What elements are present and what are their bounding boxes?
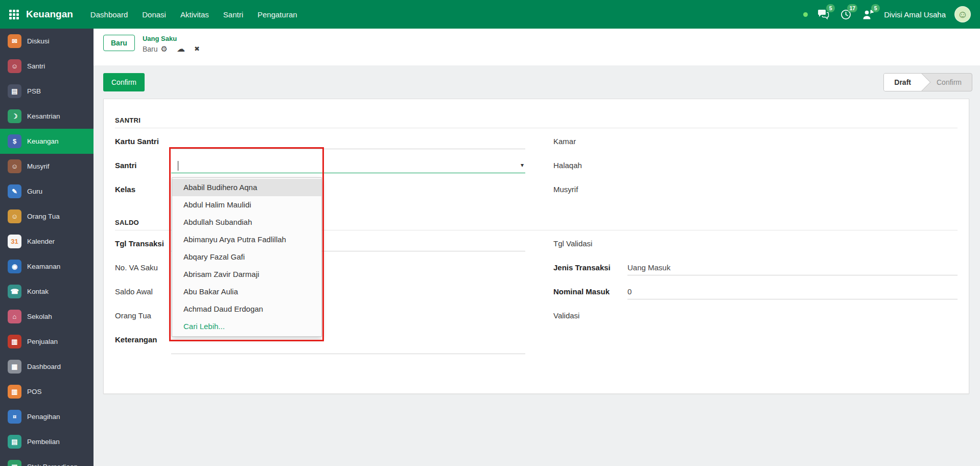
top-menu-item[interactable]: Aktivitas (174, 6, 215, 24)
activities-clock-icon[interactable]: 17 (839, 8, 853, 21)
sidebar-item-icon: ▦ (8, 360, 21, 374)
sidebar-item-icon: ▤ (8, 435, 21, 449)
content-area: Confirm Draft Confirm SANTRI Kartu Santr… (94, 65, 980, 466)
search-more-link[interactable]: Cari Lebih... (172, 318, 321, 335)
sidebar-item-icon: ▤ (8, 84, 21, 98)
top-menu-item[interactable]: Santri (217, 6, 249, 24)
no-va-saku-label: No. VA Saku (115, 261, 171, 272)
halaqah-field[interactable] (627, 158, 958, 173)
sidebar-item[interactable]: ▣ Stok Persediaan (0, 454, 94, 466)
validasi-field[interactable] (627, 309, 958, 323)
sidebar-item[interactable]: ☺ Musyrif (0, 154, 94, 179)
sidebar-item[interactable]: ✉ Diskusi (0, 29, 94, 54)
statusbar-step[interactable]: Draft (884, 74, 921, 91)
sidebar-item[interactable]: ▥ POS (0, 379, 94, 404)
santri-section-grid: Kartu Santri Santri ▾ A (115, 134, 958, 206)
halaqah-label: Halaqah (553, 158, 627, 170)
dropdown-option[interactable]: Achmad Daud Erdogan (172, 300, 321, 318)
sidebar-item[interactable]: ▤ Pembelian (0, 429, 94, 454)
app-brand[interactable]: Keuangan (26, 9, 73, 20)
sidebar-item[interactable]: ☺ Santri (0, 54, 94, 79)
nominal-masuk-row: Nominal Masuk 0 (553, 285, 958, 309)
dropdown-option[interactable]: Abrisam Zavir Darmaji (172, 266, 321, 283)
top-menu-item[interactable]: Dashboard (84, 6, 134, 24)
new-button[interactable]: Baru (103, 35, 135, 51)
sidebar-item-icon: ▥ (8, 385, 21, 399)
apps-menu-icon[interactable] (9, 10, 19, 19)
top-menu-item[interactable]: Donasi (136, 6, 172, 24)
action-row: Confirm Draft Confirm (94, 65, 980, 91)
kartu-santri-field[interactable] (171, 134, 525, 149)
sidebar-item[interactable]: ☺ Orang Tua (0, 204, 94, 229)
tgl-validasi-field[interactable] (627, 237, 958, 251)
sidebar-item-icon: ☺ (8, 209, 21, 223)
tgl-transaksi-label: Tgl Transaksi (115, 237, 171, 248)
dropdown-option[interactable]: Abdul Halim Maulidi (172, 196, 321, 214)
saldo-awal-label: Saldo Awal (115, 285, 171, 296)
gear-icon[interactable]: ⚙ (160, 44, 167, 54)
sidebar-item-label: POS (27, 388, 42, 395)
sidebar-item-icon: $ (8, 134, 21, 148)
dropdown-option[interactable]: Abu Bakar Aulia (172, 283, 321, 300)
activities-badge: 17 (847, 4, 857, 12)
chevron-down-icon[interactable]: ▾ (521, 161, 524, 169)
sidebar-item-label: Guru (27, 188, 42, 195)
topnav-right: 5 17 5 Divisi Amal Usaha ☺ (803, 6, 971, 22)
jenis-transaksi-field[interactable]: Uang Masuk (627, 261, 958, 275)
sidebar-item-icon: 31 (8, 235, 21, 248)
sidebar-item-icon: ▥ (8, 335, 21, 348)
user-avatar[interactable]: ☺ (954, 6, 971, 22)
breadcrumb-parent-link[interactable]: Uang Saku (143, 35, 200, 43)
sidebar-item-icon: ⌂ (8, 310, 21, 323)
sidebar-item[interactable]: ◉ Keamanan (0, 254, 94, 279)
dropdown-option[interactable]: Abdullah Subandiah (172, 214, 321, 231)
orang-tua-label: Orang Tua (115, 309, 171, 320)
dropdown-option[interactable]: Abqary Fazal Gafi (172, 248, 321, 266)
sidebar-item[interactable]: ¤ Penagihan (0, 404, 94, 429)
company-name[interactable]: Divisi Amal Usaha (884, 10, 946, 19)
sidebar-item[interactable]: ▥ Penjualan (0, 329, 94, 354)
dropdown-option[interactable]: Ababil Budihero Aqna (172, 179, 321, 196)
save-cloud-icon[interactable]: ☁ (177, 44, 185, 54)
sidebar-item[interactable]: ▦ Dashboard (0, 354, 94, 379)
sidebar-item-icon: ☺ (8, 159, 21, 173)
sidebar-item-icon: ◉ (8, 260, 21, 273)
jenis-transaksi-label: Jenis Transaksi (553, 261, 627, 272)
santri-input[interactable]: ▾ Ababil Budihero Aqna Abdul Halim Mauli… (171, 158, 525, 173)
sidebar-item[interactable]: ▤ PSB (0, 79, 94, 104)
sidebar-item-label: Pembelian (27, 438, 60, 446)
kamar-field[interactable] (627, 134, 958, 149)
jenis-transaksi-row: Jenis Transaksi Uang Masuk (553, 261, 958, 285)
kelas-label: Kelas (115, 182, 171, 194)
sidebar-item-label: Penagihan (27, 413, 60, 421)
confirm-button[interactable]: Confirm (103, 73, 145, 91)
sidebar-item-label: Diskusi (27, 37, 50, 45)
keterangan-label: Keterangan (115, 333, 171, 344)
top-navbar: Keuangan Dashboard Donasi Aktivitas Sant… (0, 0, 980, 29)
musyrif-field[interactable] (627, 182, 958, 197)
sidebar-item-label: Kalender (27, 238, 55, 245)
tgl-validasi-label: Tgl Validasi (553, 237, 627, 248)
sidebar-item[interactable]: ☽ Kesantrian (0, 104, 94, 129)
sidebar-item-label: Stok Persediaan (27, 463, 78, 466)
messages-icon[interactable]: 5 (816, 8, 830, 21)
sidebar-item-label: Kontak (27, 288, 49, 295)
sidebar-item[interactable]: ✎ Guru (0, 179, 94, 204)
discard-icon[interactable]: ✖ (194, 45, 200, 53)
santri-left-column: Kartu Santri Santri ▾ A (115, 134, 525, 206)
sidebar-item-label: Penjualan (27, 338, 58, 345)
sidebar-item[interactable]: ☎ Kontak (0, 279, 94, 304)
sidebar-item[interactable]: 31 Kalender (0, 229, 94, 254)
sidebar-item-icon: ☽ (8, 109, 21, 123)
sidebar-item[interactable]: $ Keuangan (0, 129, 94, 154)
sidebar-item-label: Dashboard (27, 363, 61, 370)
sidebar-item-label: Musyrif (27, 162, 50, 170)
text-cursor (178, 161, 178, 171)
sidebar-item-label: Orang Tua (27, 213, 60, 220)
requests-person-icon[interactable]: 5 (861, 8, 875, 21)
validasi-row: Validasi (553, 309, 958, 333)
sidebar-item[interactable]: ⌂ Sekolah (0, 304, 94, 329)
top-menu-item[interactable]: Pengaturan (251, 6, 304, 24)
nominal-masuk-field[interactable]: 0 (627, 285, 958, 299)
dropdown-option[interactable]: Abimanyu Arya Putra Fadlillah (172, 231, 321, 248)
